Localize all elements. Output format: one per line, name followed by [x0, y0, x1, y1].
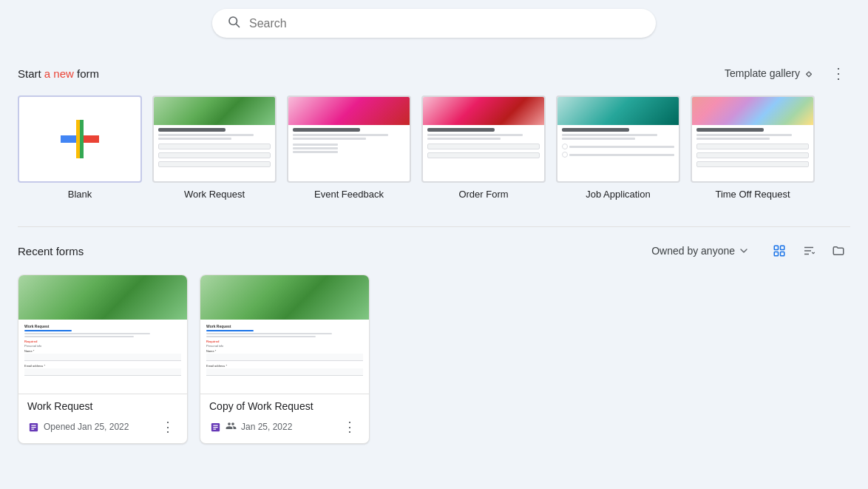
recent-card-thumb-work-request: Work Request Required Personal info Name…	[18, 275, 187, 394]
sort-button[interactable]	[797, 239, 821, 263]
template-label-time-off-request: Time Off Request	[715, 189, 790, 200]
recent-controls: Owned by anyone	[645, 239, 850, 263]
meta-left-copy-work-request: Jan 25, 2022	[209, 420, 292, 434]
grid-icon	[773, 244, 786, 257]
template-card-work-request[interactable]: Work Request	[152, 95, 277, 200]
recent-card-title-work-request: Work Request	[27, 400, 178, 412]
new-form-title: Start a new form	[18, 67, 99, 80]
main-content: Start a new form Template gallery ⋮	[0, 44, 868, 456]
svg-rect-4	[774, 252, 778, 256]
top-bar	[0, 0, 868, 44]
svg-rect-3	[781, 246, 784, 249]
new-form-section: Start a new form Template gallery ⋮	[18, 55, 850, 212]
svg-point-0	[229, 17, 237, 25]
recent-forms-grid: Work Request Required Personal info Name…	[18, 274, 850, 444]
template-gallery-label: Template gallery	[725, 67, 800, 79]
owned-by-button[interactable]: Owned by anyone	[645, 242, 756, 260]
chevron-expand-icon	[803, 67, 815, 79]
recent-card-meta-work-request: Opened Jan 25, 2022 ⋮	[27, 417, 178, 437]
search-icon	[227, 15, 240, 32]
template-label-order-form: Order Form	[458, 189, 508, 200]
more-options-work-request[interactable]: ⋮	[157, 417, 178, 437]
recent-forms-section: Recent forms Owned by anyone	[18, 239, 850, 444]
folder-icon	[832, 244, 845, 257]
template-card-time-off-request[interactable]: Time Off Request	[691, 95, 815, 200]
recent-card-info-copy-work-request: Copy of Work Request	[200, 394, 369, 443]
template-label-blank: Blank	[68, 189, 92, 200]
title-highlight: a new	[44, 67, 74, 80]
templates-row: Blank	[18, 95, 850, 200]
template-thumb-blank	[18, 95, 142, 183]
recent-card-work-request[interactable]: Work Request Required Personal info Name…	[18, 274, 188, 444]
folder-view-button[interactable]	[827, 239, 850, 263]
forms-icon-copy-work-request	[209, 421, 221, 433]
svg-rect-2	[774, 246, 778, 249]
section-divider	[18, 226, 850, 227]
template-thumb-work-request	[152, 95, 277, 183]
recent-card-date-work-request: Opened Jan 25, 2022	[44, 422, 129, 432]
template-label-event-feedback: Event Feedback	[314, 189, 384, 200]
search-input[interactable]	[249, 17, 641, 30]
sort-icon	[802, 244, 816, 257]
template-thumb-job-application	[556, 95, 680, 183]
template-card-blank[interactable]: Blank	[18, 95, 142, 200]
recent-forms-title: Recent forms	[18, 245, 84, 257]
meta-left-work-request: Opened Jan 25, 2022	[27, 421, 129, 433]
list-icon	[28, 422, 39, 433]
view-icons	[767, 239, 850, 263]
list-icon-copy	[210, 422, 221, 433]
recent-card-title-copy-work-request: Copy of Work Request	[209, 400, 360, 412]
svg-line-1	[237, 24, 240, 27]
template-card-job-application[interactable]: Job Application	[556, 95, 680, 200]
svg-rect-5	[781, 252, 784, 256]
recent-card-meta-copy-work-request: Jan 25, 2022 ⋮	[209, 417, 360, 437]
template-label-job-application: Job Application	[586, 189, 650, 200]
recent-card-date-copy-work-request: Jan 25, 2022	[241, 422, 292, 432]
forms-icon-work-request	[27, 421, 39, 433]
template-gallery-button[interactable]: Template gallery	[719, 64, 821, 82]
more-options-button[interactable]: ⋮	[827, 61, 850, 85]
shared-icon-copy-work-request	[226, 420, 237, 434]
plus-icon	[61, 120, 99, 158]
people-icon	[226, 420, 237, 431]
template-card-order-form[interactable]: Order Form	[421, 95, 546, 200]
chevron-down-icon	[738, 245, 750, 257]
more-options-copy-work-request[interactable]: ⋮	[339, 417, 360, 437]
template-label-work-request: Work Request	[184, 189, 245, 200]
recent-card-copy-work-request[interactable]: Work Request Required Personal info Name…	[200, 274, 370, 444]
template-card-event-feedback[interactable]: Event Feedback	[287, 95, 411, 200]
template-thumb-event-feedback	[287, 95, 411, 183]
new-form-header: Start a new form Template gallery ⋮	[18, 61, 850, 85]
template-thumb-order-form	[421, 95, 546, 183]
grid-view-button[interactable]	[767, 239, 791, 263]
recent-header: Recent forms Owned by anyone	[18, 239, 850, 263]
search-container	[212, 9, 656, 38]
owned-by-label: Owned by anyone	[651, 245, 735, 257]
template-thumb-time-off-request	[691, 95, 815, 183]
recent-card-info-work-request: Work Request Opened Ja	[18, 394, 187, 443]
recent-card-thumb-copy-work-request: Work Request Required Personal info Name…	[200, 275, 369, 394]
new-form-actions: Template gallery ⋮	[719, 61, 850, 85]
